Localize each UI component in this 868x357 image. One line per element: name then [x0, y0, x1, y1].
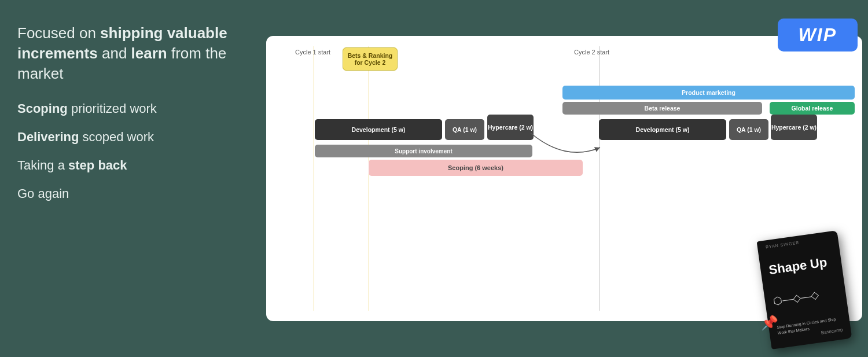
scoping-text: Scoping prioritized work: [17, 100, 260, 118]
hypercare2-bar: Hypercare (2 w): [771, 115, 817, 140]
product-marketing-bar: Product marketing: [562, 86, 855, 100]
qa2-bar: QA (1 w): [729, 119, 768, 140]
bold-step-back: step back: [68, 158, 127, 172]
left-panel: Focused on shipping valuable increments …: [17, 23, 260, 213]
bold-learn: learn: [131, 45, 167, 62]
go-again-text: Go again: [17, 185, 260, 203]
global-release-bar: Global release: [770, 102, 855, 115]
curved-arrow: [519, 127, 612, 168]
cycle2-label: Cycle 2 start: [574, 49, 609, 56]
beta-release-bar: Beta release: [562, 102, 762, 115]
cycle1-label: Cycle 1 start: [295, 49, 330, 56]
delivering-text: Delivering scoped work: [17, 128, 260, 146]
qa1-bar: QA (1 w): [445, 119, 484, 140]
book-container: RYAN SINGER Shape Up ⬡—◇—◇ Stop Running …: [764, 235, 856, 351]
step-back-text: Taking a step back: [17, 157, 260, 175]
bold-scoping: Scoping: [17, 101, 68, 116]
book: RYAN SINGER Shape Up ⬡—◇—◇ Stop Running …: [757, 230, 852, 349]
bets-box: Bets & Ranking for Cycle 2: [343, 47, 398, 71]
wip-badge: WIP: [778, 19, 858, 51]
support-bar: Support involvement: [315, 145, 532, 157]
bold-delivering: Delivering: [17, 130, 79, 144]
book-author: RYAN SINGER: [766, 240, 800, 249]
vline-cycle1: [314, 46, 314, 311]
bold-shipping: shipping valuable increments: [17, 24, 227, 62]
intro-text: Focused on shipping valuable increments …: [17, 23, 260, 84]
book-icon: ⬡—◇—◇: [773, 286, 838, 307]
dev1-bar: Development (5 w): [315, 119, 442, 140]
pin-emoji: 📌: [761, 315, 778, 331]
dev2-bar: Development (5 w): [599, 119, 726, 140]
vline-bets: [369, 46, 369, 311]
book-title: Shape Up: [768, 255, 834, 278]
